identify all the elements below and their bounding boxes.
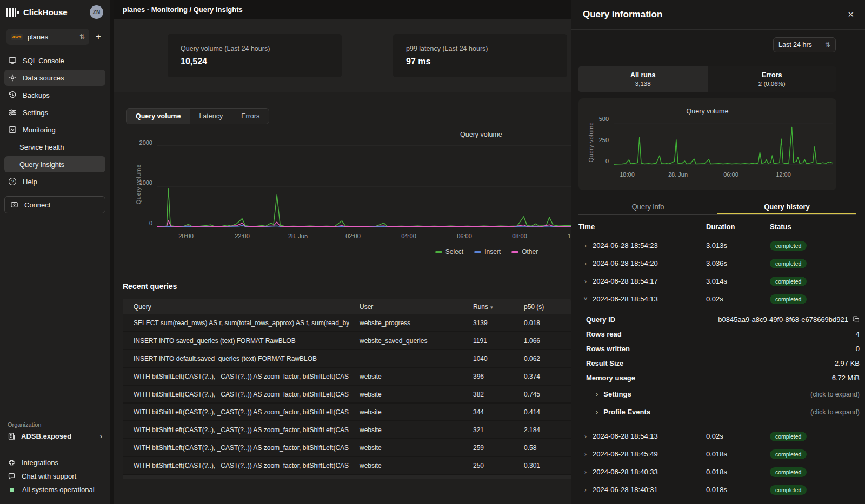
table-row[interactable]: WITH bitShiftLeft(CAST(?..), _CAST(?..))…: [123, 457, 571, 475]
row-expander-icon[interactable]: ›: [578, 278, 593, 285]
chart-tabs: Query volume Latency Errors: [126, 108, 269, 124]
row-expander-icon[interactable]: ›: [578, 468, 593, 476]
legend-select[interactable]: Select: [435, 248, 463, 256]
cell-query: WITH bitShiftLeft(CAST(?..), _CAST(?..))…: [123, 391, 349, 398]
sidebar-item-monitoring[interactable]: Monitoring: [4, 122, 105, 138]
history-row[interactable]: › 2024-06-28 18:54:17 3.014s completed: [578, 272, 860, 290]
system-status[interactable]: All systems operational: [0, 483, 110, 496]
query-volume-chart[interactable]: [157, 132, 571, 227]
add-service-button[interactable]: +: [94, 31, 103, 42]
table-row[interactable]: WITH bitShiftLeft(CAST(?..), _CAST(?..))…: [123, 404, 571, 421]
aws-icon: aws: [11, 34, 23, 40]
integrations-label: Integrations: [22, 459, 58, 467]
tab-query-info[interactable]: Query info: [578, 199, 717, 214]
integrations-link[interactable]: Integrations: [0, 456, 110, 469]
sidebar-nav: SQL Console Data sources Backups Setting…: [0, 52, 110, 190]
topbar: planes - Monitoring / Query insights: [114, 0, 571, 19]
query-history: Time Duration Status › 2024-06-28 18:54:…: [578, 223, 860, 499]
chat-support-label: Chat with support: [22, 472, 76, 480]
x-tick: 06:00: [457, 233, 472, 239]
connect-label: Connect: [24, 201, 50, 209]
copy-icon[interactable]: [853, 316, 860, 323]
row-expander-icon[interactable]: ›: [578, 433, 593, 440]
history-row[interactable]: ˅ 2024-06-28 18:54:13 0.02s completed: [578, 290, 860, 308]
stat-card-p99-latency: p99 latency (Last 24 hours) 97 ms: [393, 34, 567, 77]
legend-swatch-select: [435, 251, 442, 253]
backups-icon: [8, 91, 17, 99]
table-row[interactable]: WITH bitShiftLeft(CAST(?..), _CAST(?..))…: [123, 368, 571, 386]
chat-bubble-icon: [8, 472, 16, 480]
toggle-all-runs[interactable]: All runs 3,138: [578, 66, 708, 92]
workspace-select[interactable]: aws planes ⇅: [6, 29, 89, 45]
tab-errors[interactable]: Errors: [232, 109, 269, 124]
history-row[interactable]: › 2024-06-28 18:54:13 0.02s completed: [578, 427, 860, 445]
history-row[interactable]: › 2024-06-28 18:45:49 0.018s completed: [578, 445, 860, 463]
cell-query: WITH bitShiftLeft(CAST(?..), _CAST(?..))…: [123, 408, 349, 416]
table-row[interactable]: SELECT sum(read_rows) AS r, sum(total_ro…: [123, 314, 571, 332]
row-expander-icon[interactable]: ›: [578, 451, 593, 458]
sidebar-item-query-insights[interactable]: Query insights: [4, 156, 105, 172]
expander-row[interactable]: › Profile Events (click to expand): [578, 403, 860, 421]
status-badge: completed: [770, 432, 807, 441]
query-information-panel: Query information ✕ Last 24 hrs ⇅ All ru…: [571, 0, 865, 504]
time-range-value: Last 24 hrs: [778, 41, 825, 49]
sidebar-item-sql-console[interactable]: SQL Console: [4, 52, 105, 69]
chat-support-link[interactable]: Chat with support: [0, 469, 110, 483]
cell-query: WITH bitShiftLeft(CAST(?..), _CAST(?..))…: [123, 444, 349, 452]
table-row[interactable]: WITH bitShiftLeft(CAST(?..), _CAST(?..))…: [123, 439, 571, 457]
history-row[interactable]: › 2024-06-28 18:54:23 3.013s completed: [578, 237, 860, 254]
sidebar-item-data-sources[interactable]: Data sources: [4, 70, 105, 86]
organization-selector[interactable]: ADSB.exposed ›: [0, 432, 110, 448]
sql-console-icon: [8, 56, 17, 65]
tab-query-history[interactable]: Query history: [717, 199, 856, 214]
history-row[interactable]: › 2024-06-28 18:40:31 0.018s completed: [578, 481, 860, 499]
recent-queries-heading: Recent queries: [123, 282, 177, 291]
settings-sliders-icon: [8, 108, 17, 117]
breadcrumb: planes - Monitoring / Query insights: [123, 5, 243, 14]
legend-swatch-other: [511, 251, 518, 253]
sidebar-item-backups[interactable]: Backups: [4, 87, 105, 103]
connect-button[interactable]: Connect: [4, 196, 105, 213]
user-avatar[interactable]: ZN: [90, 5, 103, 19]
connect-icon: [10, 201, 18, 209]
row-expander-icon[interactable]: ›: [578, 260, 593, 267]
row-duration: 0.018s: [706, 486, 770, 494]
sidebar-item-help[interactable]: ? Help: [4, 173, 105, 190]
toggle-errors[interactable]: Errors 2 (0.06%): [708, 66, 837, 92]
table-row[interactable]: INSERT INTO saved_queries (text) FORMAT …: [123, 332, 571, 350]
close-icon[interactable]: ✕: [847, 10, 854, 19]
status-badge: completed: [770, 449, 807, 459]
mini-query-volume-chart[interactable]: [614, 119, 833, 165]
table-row[interactable]: WITH bitShiftLeft(CAST(?..), _CAST(?..))…: [123, 421, 571, 439]
tab-query-volume[interactable]: Query volume: [127, 109, 190, 124]
expander-label: Profile Events: [603, 408, 810, 416]
next-row-partial: [123, 475, 571, 479]
time-range-select[interactable]: Last 24 hrs ⇅: [773, 37, 836, 52]
col-runs[interactable]: Runs▾: [462, 303, 513, 311]
cell-p50: 0.58: [513, 444, 571, 452]
row-expander-icon[interactable]: ›: [578, 486, 593, 494]
tab-latency[interactable]: Latency: [190, 109, 232, 124]
table-row[interactable]: WITH bitShiftLeft(CAST(?..), _CAST(?..))…: [123, 386, 571, 404]
expander-row[interactable]: › Settings (click to expand): [578, 385, 860, 403]
legend-other[interactable]: Other: [511, 248, 538, 256]
sidebar-item-label: Backups: [23, 91, 50, 99]
sidebar-header: ClickHouse ZN: [0, 0, 110, 23]
y-tick: 250: [593, 137, 609, 143]
y-tick: 2000: [129, 139, 152, 146]
row-duration: 0.018s: [706, 450, 770, 458]
system-status-label: All systems operational: [22, 486, 95, 494]
x-tick: 22:00: [235, 233, 250, 239]
cell-user: website_saved_queries: [349, 337, 462, 345]
row-expander-icon[interactable]: ˅: [578, 295, 593, 303]
row-time: 2024-06-28 18:54:20: [593, 259, 706, 267]
legend-insert[interactable]: Insert: [474, 248, 501, 256]
history-row[interactable]: › 2024-06-28 18:40:33 0.018s completed: [578, 463, 860, 481]
sidebar-item-service-health[interactable]: Service health: [4, 139, 105, 155]
sidebar-item-settings[interactable]: Settings: [4, 104, 105, 120]
history-row[interactable]: › 2024-06-28 18:54:20 3.036s completed: [578, 254, 860, 272]
row-duration: 0.018s: [706, 468, 770, 476]
row-expander-icon[interactable]: ›: [578, 242, 593, 250]
table-body: SELECT sum(read_rows) AS r, sum(total_ro…: [123, 314, 571, 475]
table-row[interactable]: INSERT INTO default.saved_queries (text)…: [123, 350, 571, 368]
